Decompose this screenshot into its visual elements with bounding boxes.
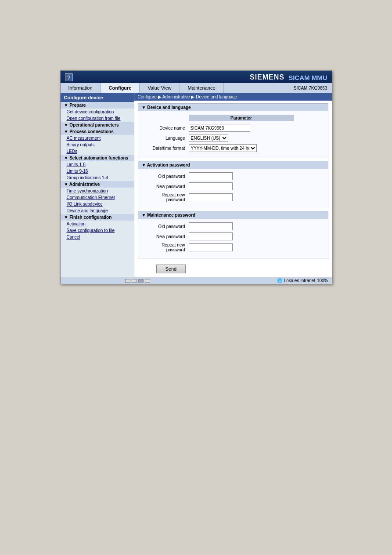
sidebar-item-cancel[interactable]: Cancel [61,234,134,240]
sidebar-section-operational-title[interactable]: ▼ Operational parameters [61,122,134,128]
param-header: Parameter [189,115,294,121]
scroll-dot-1[interactable] [125,279,130,283]
device-name-input[interactable] [189,124,250,132]
help-icon[interactable]: ? [65,73,73,81]
content-panel: Configure ▶ Administrative ▶ Device and … [134,93,332,277]
activation-old-password-input[interactable] [189,172,233,180]
datetime-format-label: Date/time format [143,146,189,151]
status-zone: 🌐 Lokales Intranet 100% [277,278,328,283]
maintenance-password-section: ▼ Maintenance password Old password New … [138,211,328,258]
maintenance-old-password-label: Old password [143,224,189,229]
scroll-dot-2[interactable] [132,279,137,283]
maintenance-new-password-input[interactable] [189,232,233,240]
maintenance-repeat-password-label: Repeat new password [143,243,189,252]
sidebar-item-open-config[interactable]: Open configuration from file [61,115,134,122]
device-id: SICAM 7KG9663 [289,83,332,93]
activation-repeat-password-input[interactable] [189,193,233,201]
scroll-indicators [125,279,150,283]
zoom-level: 100% [317,278,328,283]
sidebar: Configure device ▼ Prepare Get device co… [61,93,134,277]
nav-tabs: Information Configure Value View Mainten… [61,83,332,93]
activation-repeat-password-label: Repeat new password [143,192,189,202]
product-name: SICAM MMU [288,74,327,81]
sidebar-section-automation: ▼ Select automation functions Limits 1-8… [61,155,134,181]
datetime-format-select[interactable]: YYYY-MM-DD, time with 24 hours MM/DD/YYY… [189,144,257,152]
maintenance-new-password-row: New password [143,232,324,240]
activation-repeat-password-row: Repeat new password [143,192,324,202]
sidebar-item-save-config[interactable]: Save configuration to file [61,227,134,234]
sidebar-item-device-language[interactable]: Device and language [61,207,134,214]
sidebar-item-group-indications[interactable]: Group indications 1-4 [61,174,134,181]
activation-password-body: Old password New password Repeat new pas… [138,169,328,208]
sidebar-section-operational: ▼ Operational parameters [61,122,134,128]
sidebar-item-activation[interactable]: Activation [61,221,134,227]
sidebar-section-prepare: ▼ Prepare Get device configuration Open … [61,102,134,122]
sidebar-section-finish: ▼ Finish configuration Activation Save c… [61,214,134,240]
activation-password-title: ▼ Activation password [138,161,328,169]
datetime-format-row: Date/time format YYYY-MM-DD, time with 2… [143,144,324,152]
device-language-section: ▼ Device and language Parameter Device n… [138,103,328,158]
maintenance-password-body: Old password New password Repeat new pas… [138,219,328,258]
language-select[interactable]: ENGLISH (US) GERMAN FRENCH [189,134,228,142]
sidebar-item-ac-measurement[interactable]: AC measurement [61,135,134,141]
sidebar-item-get-config[interactable]: Get device configuration [61,109,134,115]
status-bar: 🌐 Lokales Intranet 100% [61,277,332,284]
sidebar-section-process: ▼ Process connections AC measurement Bin… [61,128,134,155]
activation-new-password-input[interactable] [189,182,233,190]
siemens-logo: SIEMENS [250,73,284,81]
sidebar-item-comm-ethernet[interactable]: Communication Ethernet [61,194,134,201]
sidebar-section-finish-title[interactable]: ▼ Finish configuration [61,214,134,221]
tab-information[interactable]: Information [61,83,101,93]
activation-password-section: ▼ Activation password Old password New p… [138,161,328,208]
language-label: Language [143,136,189,141]
send-button[interactable]: Send [156,265,186,273]
sidebar-section-prepare-title[interactable]: ▼ Prepare [61,102,134,109]
maintenance-old-password-input[interactable] [189,222,233,230]
tab-maintenance[interactable]: Maintenance [180,83,224,93]
sidebar-item-binary-outputs[interactable]: Binary outputs [61,141,134,148]
sidebar-item-io-link[interactable]: I/O Link subdevice [61,201,134,207]
sidebar-header: Configure device [61,93,134,102]
activation-new-password-row: New password [143,182,324,190]
sidebar-section-automation-title[interactable]: ▼ Select automation functions [61,155,134,161]
activation-old-password-row: Old password [143,172,324,180]
device-language-title: ▼ Device and language [138,104,328,111]
breadcrumb: Configure ▶ Administrative ▶ Device and … [134,93,332,101]
title-bar: ? SIEMENS SICAM MMU [61,71,332,83]
maintenance-new-password-label: New password [143,234,189,239]
tab-value-view[interactable]: Value View [140,83,180,93]
sidebar-item-leds[interactable]: LEDs [61,148,134,155]
maintenance-repeat-password-input[interactable] [189,243,233,251]
zone-label: Lokales Intranet [284,278,315,283]
tab-configure[interactable]: Configure [101,83,140,93]
zone-icon: 🌐 [277,278,282,283]
maintenance-repeat-password-row: Repeat new password [143,243,324,252]
sidebar-item-limits-1-8[interactable]: Limits 1-8 [61,161,134,168]
sidebar-section-administrative-title[interactable]: ▼ Administrative [61,181,134,188]
sidebar-section-administrative: ▼ Administrative Time synchronization Co… [61,181,134,214]
language-row: Language ENGLISH (US) GERMAN FRENCH [143,134,324,142]
scroll-dot-3[interactable] [138,279,144,283]
activation-old-password-label: Old password [143,174,189,179]
main-area: Configure device ▼ Prepare Get device co… [61,93,332,277]
device-name-label: Device name [143,126,189,131]
sidebar-section-process-title[interactable]: ▼ Process connections [61,128,134,135]
maintenance-old-password-row: Old password [143,222,324,230]
device-name-row: Device name [143,124,324,132]
scroll-dot-4[interactable] [145,279,150,283]
browser-window: ? SIEMENS SICAM MMU Information Configur… [60,70,332,284]
sidebar-item-limits-9-16[interactable]: Limits 9-16 [61,168,134,174]
activation-new-password-label: New password [143,184,189,189]
maintenance-password-title: ▼ Maintenance password [138,211,328,219]
sidebar-item-time-sync[interactable]: Time synchronization [61,188,134,194]
device-language-body: Parameter Device name Language ENGLISH (… [138,111,328,158]
